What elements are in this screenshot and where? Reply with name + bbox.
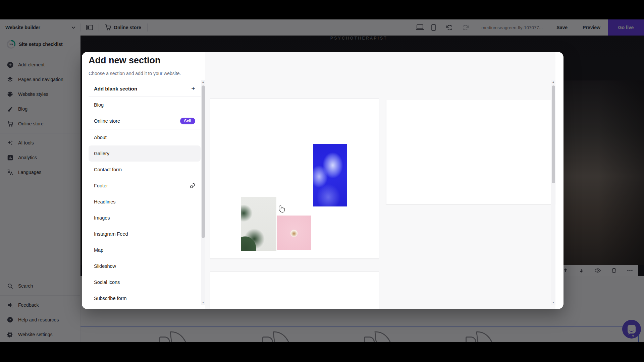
section-option-subscribe-form[interactable]: Subscribe form: [89, 290, 201, 306]
scrollbar-thumb[interactable]: [202, 85, 205, 238]
gallery-image-blue-jellyfish[interactable]: [313, 144, 347, 206]
section-option-label: Online store: [94, 118, 120, 124]
add-blank-section-label: Add blank section: [94, 86, 137, 92]
section-option-contact-form[interactable]: Contact form: [89, 162, 201, 178]
plus-icon: +: [191, 85, 195, 93]
section-option-online-store[interactable]: Online store Sell: [89, 113, 201, 129]
modal-subtitle: Choose a section and add it to your webs…: [89, 71, 181, 76]
section-option-social-icons[interactable]: Social icons: [89, 274, 201, 290]
section-option-label: About: [94, 135, 107, 140]
section-option-label: Blog: [94, 102, 104, 108]
section-option-label: Contact form: [94, 167, 122, 172]
gallery-image-pink-flower[interactable]: [277, 216, 311, 250]
section-option-images[interactable]: Images: [89, 210, 201, 226]
scroll-down-arrow[interactable]: ▼: [202, 300, 205, 305]
scroll-up-arrow[interactable]: ▲: [202, 80, 205, 84]
preview-scrollbar[interactable]: ▲ ▼: [551, 80, 555, 305]
gallery-preview-pane: ▲ ▼: [205, 52, 555, 309]
section-option-label: Social icons: [94, 280, 120, 285]
gallery-template-card-3[interactable]: [210, 272, 379, 309]
scrollbar-thumb[interactable]: [552, 85, 555, 183]
section-option-label: Slideshow: [94, 263, 116, 269]
scroll-up-arrow[interactable]: ▲: [552, 80, 555, 84]
section-option-label: Images: [94, 215, 110, 221]
gallery-image-dark-blue-bubbles[interactable]: [313, 107, 347, 141]
modal-title: Add new section: [89, 55, 161, 66]
hand-cursor: [278, 204, 286, 215]
section-option-label: Subscribe form: [94, 296, 127, 301]
link-icon: [190, 183, 195, 188]
section-option-label: Footer: [94, 183, 108, 188]
list-scrollbar[interactable]: ▲ ▼: [201, 80, 205, 305]
add-section-modal: ✕ Add new section Choose a section and a…: [82, 52, 564, 309]
gallery-template-card-1[interactable]: [210, 98, 379, 259]
section-option-blog[interactable]: Blog: [89, 97, 201, 113]
screen: Website builder Online store: [0, 0, 644, 362]
section-option-label: Instagram Feed: [94, 231, 128, 237]
gallery-template-card-2[interactable]: [386, 100, 555, 204]
section-option-label: Map: [94, 247, 103, 253]
letterbox-top: [0, 0, 644, 19]
add-blank-section-row[interactable]: Add blank section +: [89, 80, 201, 97]
gallery-image-green-leaves[interactable]: [241, 197, 276, 251]
scroll-down-arrow[interactable]: ▼: [552, 300, 555, 305]
section-option-headlines[interactable]: Headlines: [89, 194, 201, 210]
section-option-slideshow[interactable]: Slideshow: [89, 258, 201, 274]
gallery-image-dark-blue-bubbles[interactable]: [426, 155, 468, 197]
section-option-map[interactable]: Map: [89, 242, 201, 258]
section-option-about[interactable]: About: [89, 129, 201, 145]
section-option-label: Headlines: [94, 199, 116, 204]
section-type-list: Add blank section + Blog Online store Se…: [89, 80, 201, 306]
letterbox-bottom: [0, 342, 644, 362]
section-option-gallery[interactable]: Gallery: [89, 145, 201, 162]
section-option-footer[interactable]: Footer: [89, 178, 201, 194]
sell-badge: Sell: [180, 118, 195, 124]
section-option-instagram-feed[interactable]: Instagram Feed: [89, 226, 201, 242]
gallery-image-dark-blue-bubbles[interactable]: [311, 280, 345, 309]
section-option-label: Gallery: [94, 151, 109, 156]
